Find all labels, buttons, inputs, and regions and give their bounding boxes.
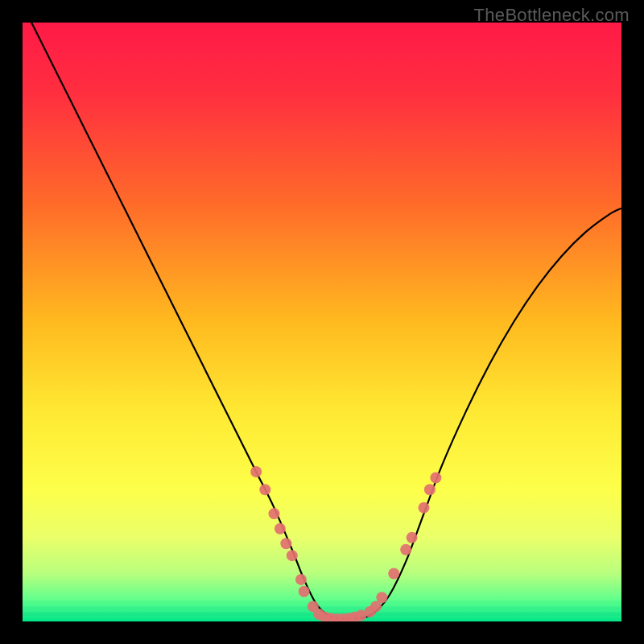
watermark-text: TheBottleneck.com xyxy=(474,5,630,26)
gradient-background xyxy=(23,23,621,621)
highlight-point xyxy=(418,502,429,514)
highlight-point xyxy=(250,466,262,477)
highlight-point xyxy=(376,592,387,603)
highlight-point xyxy=(400,544,411,555)
highlight-point xyxy=(424,484,436,495)
chart-svg xyxy=(23,23,621,621)
chart-container: TheBottleneck.com xyxy=(0,0,644,644)
highlight-point xyxy=(388,568,399,579)
highlight-point xyxy=(268,508,279,519)
highlight-point xyxy=(280,538,291,549)
highlight-point xyxy=(287,550,298,561)
plot-area xyxy=(23,23,621,621)
gradient-band xyxy=(23,601,621,604)
highlight-point xyxy=(430,472,441,483)
highlight-point xyxy=(275,523,286,535)
highlight-point xyxy=(295,574,307,585)
highlight-point xyxy=(407,532,418,543)
highlight-point xyxy=(259,484,270,495)
highlight-point xyxy=(299,586,310,597)
gradient-band xyxy=(23,606,621,609)
